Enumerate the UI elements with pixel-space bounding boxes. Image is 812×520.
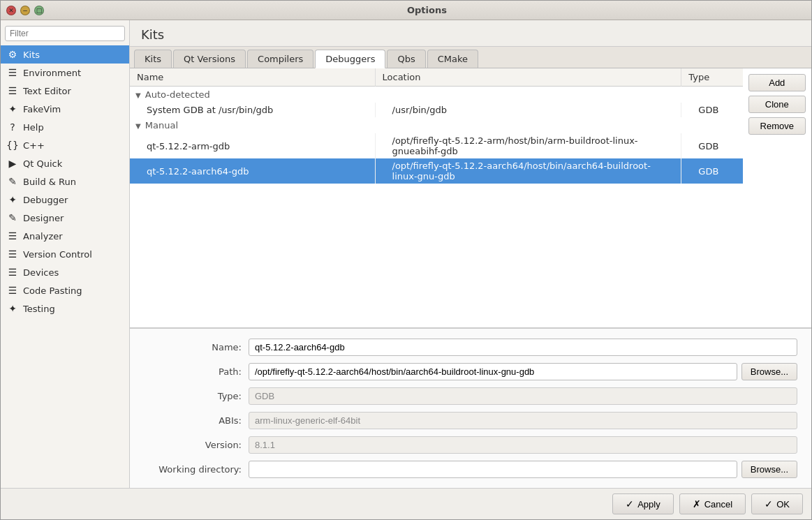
name-row: Name: xyxy=(144,339,797,356)
sidebar-item-designer[interactable]: ✎ Designer xyxy=(1,209,129,227)
close-btn[interactable]: ✕ xyxy=(6,6,16,15)
ok-label: OK xyxy=(776,499,790,510)
help-icon: ? xyxy=(6,121,19,133)
apply-label: Apply xyxy=(637,499,660,510)
browse-path-button[interactable]: Browse... xyxy=(741,363,797,380)
sidebar-item-analyzer-label: Analyzer xyxy=(23,231,63,242)
sidebar: ⚙ Kits ☰ Environment ☰ Text Editor ✦ Fak… xyxy=(1,20,130,488)
sidebar-item-testing-label: Testing xyxy=(23,304,55,314)
row-type: GDB xyxy=(681,133,743,158)
titlebar: ✕ − □ Options xyxy=(1,1,811,20)
sidebar-item-environment[interactable]: ☰ Environment xyxy=(1,64,129,82)
sidebar-item-devices-label: Devices xyxy=(23,267,59,278)
sidebar-item-analyzer[interactable]: ☰ Analyzer xyxy=(1,227,129,245)
sidebar-item-qt-quick-label: Qt Quick xyxy=(23,158,62,169)
type-label: Type: xyxy=(144,391,242,401)
workdir-field-group: Browse... xyxy=(249,461,797,478)
content-area: ⚙ Kits ☰ Environment ☰ Text Editor ✦ Fak… xyxy=(1,20,811,488)
sidebar-item-help[interactable]: ? Help xyxy=(1,118,129,136)
sidebar-item-cpp[interactable]: {} C++ xyxy=(1,136,129,154)
path-label: Path: xyxy=(144,366,242,377)
tab-qbs[interactable]: Qbs xyxy=(387,50,425,68)
col-location: Location xyxy=(375,68,681,87)
path-row: Path: Browse... xyxy=(144,363,797,380)
tab-content: Name Location Type ▼ xyxy=(130,68,811,488)
group-auto-detected: ▼ Auto-detected xyxy=(130,87,743,103)
minimize-btn[interactable]: − xyxy=(20,6,30,15)
cancel-label: Cancel xyxy=(704,499,732,510)
name-input[interactable] xyxy=(249,339,797,356)
sidebar-item-devices[interactable]: ☰ Devices xyxy=(1,263,129,281)
workdir-input[interactable] xyxy=(249,461,737,478)
browse-workdir-button[interactable]: Browse... xyxy=(741,461,797,478)
sidebar-item-debugger[interactable]: ✦ Debugger xyxy=(1,191,129,209)
group-manual-label: Manual xyxy=(145,120,178,131)
details-section: Name: Path: Browse... xyxy=(130,328,811,488)
sidebar-item-testing[interactable]: ✦ Testing xyxy=(1,299,129,318)
ok-button[interactable]: ✓ OK xyxy=(751,493,803,514)
path-field-group: Browse... xyxy=(249,363,797,380)
col-name: Name xyxy=(130,68,375,87)
sidebar-item-text-editor[interactable]: ☰ Text Editor xyxy=(1,82,129,100)
row-type: GDB xyxy=(681,103,743,117)
sidebar-item-code-pasting[interactable]: ☰ Code Pasting xyxy=(1,281,129,299)
main-panel: Kits Kits Qt Versions Compilers Debugger… xyxy=(130,20,811,488)
type-row: Type: xyxy=(144,387,797,405)
row-location-selected: /opt/firefly-qt-5.12.2-aarch64/host/bin/… xyxy=(375,158,681,184)
debuggers-table: Name Location Type ▼ xyxy=(130,68,743,184)
kits-icon: ⚙ xyxy=(6,49,19,60)
cancel-button[interactable]: ✗ Cancel xyxy=(679,493,746,514)
sidebar-item-designer-label: Designer xyxy=(23,213,64,223)
add-button[interactable]: Add xyxy=(748,74,806,91)
row-location: /usr/bin/gdb xyxy=(375,103,681,117)
row-type-selected: GDB xyxy=(681,158,743,184)
tab-compilers[interactable]: Compilers xyxy=(247,50,313,68)
row-location: /opt/firefly-qt-5.12.2-arm/host/bin/arm-… xyxy=(375,133,681,158)
table-row[interactable]: qt-5.12.2-arm-gdb /opt/firefly-qt-5.12.2… xyxy=(130,133,743,158)
tab-qt-versions[interactable]: Qt Versions xyxy=(173,50,246,68)
row-name-selected: qt-5.12.2-aarch64-gdb xyxy=(130,158,375,184)
group-auto-label: Auto-detected xyxy=(145,89,210,100)
table-row[interactable]: System GDB at /usr/bin/gdb /usr/bin/gdb … xyxy=(130,103,743,117)
version-row: Version: xyxy=(144,436,797,454)
table-actions: Add Clone Remove xyxy=(743,68,811,327)
tab-debuggers[interactable]: Debuggers xyxy=(315,50,385,68)
fakevim-icon: ✦ xyxy=(6,103,19,114)
cpp-icon: {} xyxy=(6,140,19,151)
row-name: qt-5.12.2-arm-gdb xyxy=(130,133,375,158)
sidebar-item-version-control[interactable]: ☰ Version Control xyxy=(1,245,129,263)
sidebar-item-cpp-label: C++ xyxy=(23,140,45,151)
sidebar-item-code-pasting-label: Code Pasting xyxy=(23,285,82,296)
analyzer-icon: ☰ xyxy=(6,230,19,242)
sidebar-item-kits[interactable]: ⚙ Kits xyxy=(1,45,129,64)
main-window: ✕ − □ Options ⚙ Kits ☰ Environment ☰ Tex… xyxy=(0,0,812,520)
remove-button[interactable]: Remove xyxy=(748,117,806,135)
workdir-row: Working directory: Browse... xyxy=(144,461,797,478)
sidebar-item-qt-quick[interactable]: ▶ Qt Quick xyxy=(1,154,129,172)
table-row-selected[interactable]: qt-5.12.2-aarch64-gdb /opt/firefly-qt-5.… xyxy=(130,158,743,184)
sidebar-item-text-editor-label: Text Editor xyxy=(23,86,71,96)
tab-kits[interactable]: Kits xyxy=(134,50,172,68)
window-title: Options xyxy=(48,5,806,15)
path-input[interactable] xyxy=(249,363,737,380)
maximize-btn[interactable]: □ xyxy=(34,6,44,15)
expand-arrow-auto: ▼ xyxy=(135,91,141,99)
sidebar-item-kits-label: Kits xyxy=(23,50,40,60)
tab-cmake[interactable]: CMake xyxy=(427,50,478,68)
build-run-icon: ✎ xyxy=(6,176,19,187)
debuggers-panel: Name Location Type ▼ xyxy=(130,68,811,488)
apply-button[interactable]: ✓ Apply xyxy=(612,493,674,514)
tab-bar: Kits Qt Versions Compilers Debuggers Qbs… xyxy=(130,47,811,68)
bottom-bar: ✓ Apply ✗ Cancel ✓ OK xyxy=(1,488,811,519)
debugger-icon: ✦ xyxy=(6,194,19,205)
sidebar-item-version-control-label: Version Control xyxy=(23,249,92,260)
designer-icon: ✎ xyxy=(6,212,19,223)
sidebar-item-build-run[interactable]: ✎ Build & Run xyxy=(1,172,129,191)
abis-input xyxy=(249,412,797,429)
sidebar-item-build-run-label: Build & Run xyxy=(23,177,76,187)
clone-button[interactable]: Clone xyxy=(748,96,806,113)
filter-input[interactable] xyxy=(5,26,125,41)
workdir-label: Working directory: xyxy=(144,464,242,475)
type-input xyxy=(249,387,797,405)
sidebar-item-fakevim[interactable]: ✦ FakeVim xyxy=(1,100,129,118)
